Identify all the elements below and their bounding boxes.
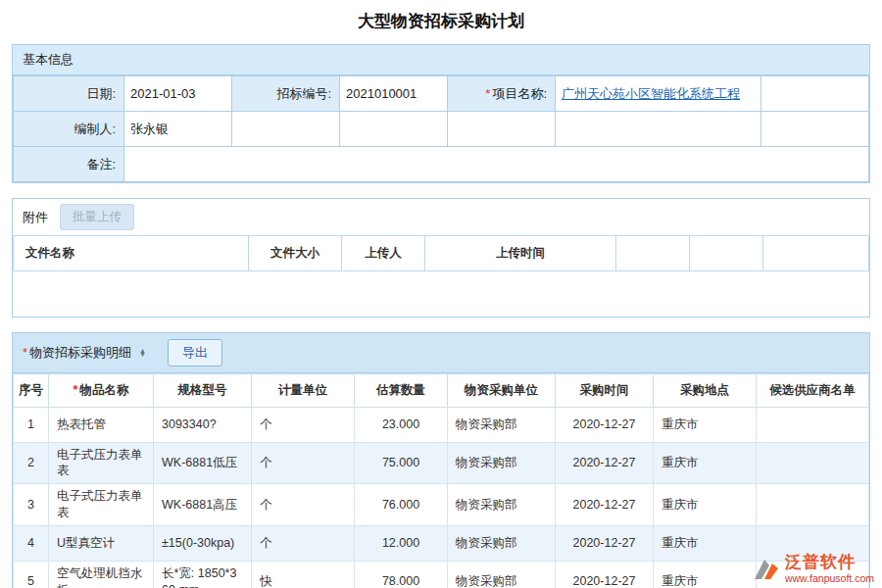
- attach-col-uploader: 上传人: [342, 236, 425, 271]
- remark-value: [124, 147, 869, 182]
- fanpu-watermark: 泛普软件 www.fanpusoft.com: [752, 554, 874, 584]
- cell-date: 2020-12-27: [556, 526, 654, 562]
- cell-seq: 2: [14, 442, 49, 484]
- project-label: *项目名称:: [448, 76, 556, 112]
- cell-place: 重庆市: [654, 407, 757, 442]
- cell-qty: 78.000: [355, 562, 448, 588]
- fanpu-logo-text: 泛普软件 www.fanpusoft.com: [785, 554, 874, 584]
- cell-suppliers: [757, 407, 869, 442]
- empty-cell: [556, 112, 761, 147]
- cell-place: 重庆市: [654, 484, 757, 526]
- empty-cell: [761, 112, 869, 147]
- cell-dept: 物资采购部: [448, 484, 556, 526]
- col-qty: 估算数量: [355, 373, 448, 407]
- cell-unit: 个: [252, 442, 355, 484]
- cell-unit: 个: [252, 526, 355, 562]
- col-suppliers: 候选供应商名单: [757, 373, 869, 407]
- table-row: 1 热表托管 3093340? 个 23.000 物资采购部 2020-12-2…: [14, 407, 869, 442]
- basic-info-section: 基本信息 日期: 2021-01-03 招标编号: 2021010001 *项目…: [12, 44, 870, 183]
- attachments-title: 附件: [23, 209, 48, 226]
- date-value: 2021-01-03: [124, 76, 232, 112]
- cell-seq: 4: [14, 526, 49, 562]
- cell-seq: 3: [14, 484, 49, 526]
- cell-name: U型真空计: [49, 526, 154, 562]
- cell-place: 重庆市: [654, 526, 757, 562]
- attachments-section: 附件 批量上传 文件名称 文件大小 上传人 上传时间: [12, 198, 870, 318]
- col-place: 采购地点: [654, 373, 757, 407]
- attach-col-empty: [690, 236, 763, 271]
- col-spec: 规格型号: [154, 373, 252, 407]
- cell-unit: 个: [252, 484, 355, 526]
- cell-spec: 3093340?: [154, 407, 252, 442]
- cell-name: 电子式压力表单表: [49, 442, 154, 484]
- col-seq: 序号: [14, 373, 49, 407]
- cell-spec: ±15(0-30kpa): [154, 526, 252, 562]
- cell-date: 2020-12-27: [556, 407, 654, 442]
- cell-spec: WK-6881高压: [154, 484, 252, 526]
- cell-dept: 物资采购部: [448, 562, 556, 588]
- date-label: 日期:: [14, 76, 124, 112]
- cell-dept: 物资采购部: [448, 526, 556, 562]
- cell-unit: 个: [252, 407, 355, 442]
- cell-seq: 5: [14, 562, 49, 588]
- bid-number-label: 招标编号:: [232, 76, 340, 112]
- cell-dept: 物资采购部: [448, 407, 556, 442]
- attachments-empty-body: [14, 271, 869, 317]
- cell-place: 重庆市: [654, 562, 757, 588]
- fanpu-logo-icon: [752, 557, 781, 582]
- fanpu-brand: 泛普软件: [785, 554, 856, 572]
- detail-header-bar: *物资招标采购明细 ▲ ▼ 导出: [13, 333, 869, 373]
- cell-qty: 75.000: [355, 442, 448, 484]
- bid-number-value: 2021010001: [340, 76, 448, 112]
- cell-qty: 12.000: [355, 526, 448, 562]
- cell-spec: 长*宽: 1850*360 mm: [154, 562, 252, 588]
- cell-unit: 快: [252, 562, 355, 588]
- attach-col-empty: [763, 236, 869, 271]
- cell-dept: 物资采购部: [448, 442, 556, 484]
- attach-col-uploadtime: 上传时间: [425, 236, 616, 271]
- col-date: 采购时间: [556, 373, 654, 407]
- creator-label: 编制人:: [14, 112, 124, 147]
- table-row: 2 电子式压力表单表 WK-6881低压 个 75.000 物资采购部 2020…: [14, 442, 869, 484]
- project-link[interactable]: 广州天心苑小区智能化系统工程: [562, 86, 740, 101]
- table-row: 3 电子式压力表单表 WK-6881高压 个 76.000 物资采购部 2020…: [14, 484, 869, 526]
- required-asterisk: *: [485, 86, 490, 101]
- empty-cell: [761, 76, 869, 112]
- empty-cell: [448, 112, 556, 147]
- cell-name: 空气处理机挡水板: [49, 562, 154, 588]
- col-unit: 计量单位: [252, 373, 355, 407]
- remark-label: 备注:: [14, 147, 124, 182]
- table-row: 4 U型真空计 ±15(0-30kpa) 个 12.000 物资采购部 2020…: [14, 526, 869, 562]
- attach-col-filename: 文件名称: [14, 236, 249, 271]
- detail-title: *物资招标采购明细: [23, 344, 131, 362]
- cell-seq: 1: [14, 407, 49, 442]
- empty-cell: [232, 112, 340, 147]
- basic-info-header: 基本信息: [13, 45, 869, 75]
- col-item-name: *物品名称: [49, 373, 154, 407]
- sort-icon[interactable]: ▲ ▼: [139, 349, 146, 357]
- required-asterisk: *: [74, 383, 78, 397]
- basic-info-table: 日期: 2021-01-03 招标编号: 2021010001 *项目名称: 广…: [13, 75, 869, 182]
- cell-date: 2020-12-27: [556, 484, 654, 526]
- attachments-header: 附件 批量上传: [13, 199, 869, 235]
- attach-col-filesize: 文件大小: [249, 236, 342, 271]
- cell-suppliers: [757, 484, 869, 526]
- batch-upload-button[interactable]: 批量上传: [60, 204, 134, 230]
- required-asterisk: *: [23, 345, 27, 360]
- cell-date: 2020-12-27: [556, 442, 654, 484]
- cell-suppliers: [757, 442, 869, 484]
- fanpu-url: www.fanpusoft.com: [785, 572, 874, 584]
- cell-place: 重庆市: [654, 442, 757, 484]
- page-title: 大型物资招标采购计划: [0, 0, 882, 44]
- detail-section: *物资招标采购明细 ▲ ▼ 导出 序号 *物品名称 规格型号 计量单位 估算数量…: [12, 332, 870, 588]
- table-row: 5 空气处理机挡水板 长*宽: 1850*360 mm 快 78.000 物资采…: [14, 562, 869, 588]
- cell-spec: WK-6881低压: [154, 442, 252, 484]
- attach-col-empty: [616, 236, 690, 271]
- export-button[interactable]: 导出: [168, 339, 222, 367]
- cell-qty: 23.000: [355, 407, 448, 442]
- cell-date: 2020-12-27: [556, 562, 654, 588]
- detail-table: 序号 *物品名称 规格型号 计量单位 估算数量 物资采购单位 采购时间 采购地点…: [13, 373, 869, 588]
- creator-value: 张永银: [124, 112, 232, 147]
- attachments-table: 文件名称 文件大小 上传人 上传时间: [13, 235, 869, 317]
- empty-cell: [340, 112, 448, 147]
